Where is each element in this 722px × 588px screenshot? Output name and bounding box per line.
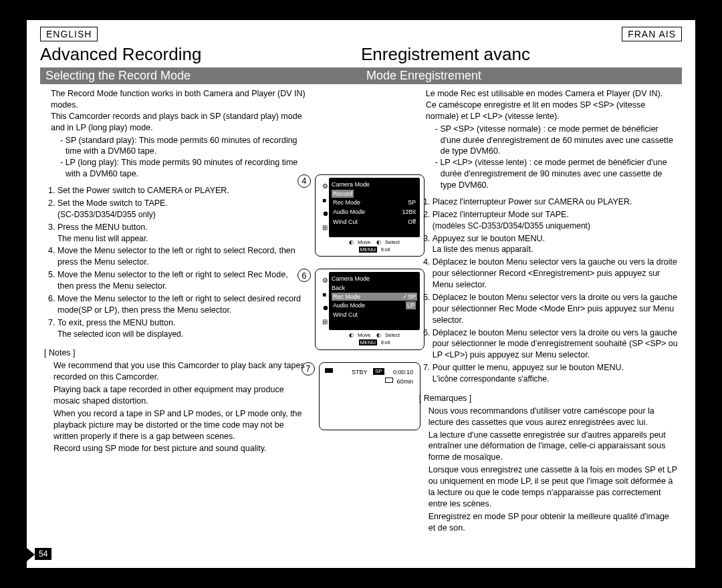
- lcd4-highlight: Record: [332, 190, 354, 198]
- lcd7-mode: SP: [373, 368, 384, 376]
- en-step-4: Move the Menu selector to the left or ri…: [57, 245, 306, 268]
- fr-note-4: Enregistrez en mode SP pour obtenir la m…: [429, 511, 678, 534]
- fr-step-4: Déplacez le bouton Menu selector vers la…: [433, 257, 678, 291]
- joystick-icon: ◐: [349, 332, 354, 338]
- gear-icon: ⚙: [322, 276, 329, 285]
- en-lp-note: LP (long play): This mode permits 90 min…: [60, 157, 306, 180]
- callout-4: 4: [297, 174, 311, 188]
- english-column: The Record Mode function works in both C…: [40, 84, 310, 535]
- lang-english-label: ENGLISH: [40, 27, 98, 41]
- lcd7-timecode: 0:00:10: [393, 368, 413, 376]
- tape-remain-icon: [385, 378, 393, 383]
- en-step-5: Move the Menu selector to the left or ri…: [57, 269, 306, 292]
- lcd-screen-7: STBY SP 0:00:10 60min: [319, 362, 420, 430]
- lang-french-label: FRAN AIS: [622, 27, 682, 41]
- lcd6-title: Camera Mode: [332, 275, 417, 283]
- callout-6: 6: [297, 269, 311, 282]
- en-note-3: When you record a tape in SP and LP mode…: [53, 408, 306, 442]
- select-icon: ◐: [376, 239, 381, 245]
- french-column: Le mode Rec est utilisable en modes Came…: [412, 84, 682, 535]
- center-illustrations: 4 ⚙ ■ ⏺ ⊞ Camera Mode Record Rec ModeSP …: [310, 84, 412, 535]
- manual-page: ENGLISH FRAN AIS Advanced Recording Enre…: [27, 20, 695, 568]
- lcd7-status: STBY: [352, 368, 368, 376]
- fr-step-6: Déplacez le bouton Menu selector vers la…: [433, 327, 678, 361]
- fr-sp-note: SP <SP> (vitesse normale) : ce mode perm…: [435, 124, 678, 158]
- fr-step-3: Appuyez sur le bouton MENU. La liste des…: [433, 233, 678, 256]
- en-step-2: Set the Mode switch to TAPE. (SC-D353/D3…: [57, 198, 306, 220]
- en-sp-note: SP (standard play): This mode permits 60…: [60, 135, 306, 158]
- select-icon: ◐: [376, 332, 381, 338]
- gear-icon: ⚙: [322, 182, 329, 191]
- battery-icon: [325, 368, 333, 373]
- lcd-screen-6: ⚙ ■ ⏺ ⊞ Camera Mode Back Rec Mode✓SP Aud…: [315, 269, 425, 349]
- fr-step-5: Déplacez le bouton Menu selector vers la…: [433, 292, 678, 326]
- fr-note-2: La lecture d'une cassette enregistrée su…: [429, 430, 678, 464]
- title-french: Enregistrement avanc: [361, 44, 682, 65]
- en-step-3: Press the MENU button. The menu list wil…: [57, 222, 306, 245]
- subtitle-french: Mode Enregistrement: [361, 67, 682, 84]
- subtitle-english: Selecting the Record Mode: [40, 67, 361, 84]
- en-notes-heading: [ Notes ]: [44, 347, 306, 359]
- record-icon: ⏺: [322, 303, 329, 313]
- lcd4-title: Camera Mode: [332, 180, 417, 188]
- en-intro-1: The Record Mode function works in both C…: [51, 88, 306, 111]
- joystick-icon: ◐: [349, 239, 354, 245]
- fr-intro-2: Ce caméscope enregistre et lit en modes …: [426, 100, 678, 122]
- en-intro-2: This Camcorder records and plays back in…: [51, 111, 306, 134]
- lcd7-remaining: 60min: [396, 378, 413, 386]
- en-note-1: We recommend that you use this Camcorder…: [53, 360, 306, 383]
- page-number: 54: [35, 548, 51, 560]
- tape-icon: ⊞: [322, 223, 329, 233]
- fr-note-1: Nous vous recommandons d'utiliser votre …: [429, 406, 678, 428]
- record-icon: ⏺: [322, 209, 329, 218]
- fr-step-1: Placez l'interrupteur Power sur CAMERA o…: [433, 196, 678, 208]
- en-note-4: Record using SP mode for best picture an…: [53, 443, 306, 454]
- en-step-1: Set the Power switch to CAMERA or PLAYER…: [57, 185, 306, 196]
- fr-notes-heading: [ Remarques ]: [419, 393, 678, 404]
- lcd-screen-4: ⚙ ■ ⏺ ⊞ Camera Mode Record Rec ModeSP Au…: [315, 174, 425, 257]
- en-note-2: Playing back a tape recorded in other eq…: [53, 384, 306, 407]
- fr-step-7: Pour quitter le menu, appuyez sur le bou…: [433, 362, 678, 385]
- camcorder-icon: ■: [322, 196, 329, 205]
- fr-note-3: Lorsque vous enregistrez une cassette à …: [429, 464, 678, 510]
- en-step-6: Move the Menu selector to the left or ri…: [57, 293, 306, 316]
- camcorder-icon: ■: [322, 290, 329, 299]
- page-triangle-decor: [27, 548, 35, 561]
- fr-lp-note: LP <LP> (vitesse lente) : ce mode permet…: [435, 157, 678, 191]
- en-step-7: To exit, press the MENU button. The sele…: [57, 317, 306, 340]
- fr-intro-1: Le mode Rec est utilisable en modes Came…: [426, 88, 678, 100]
- title-english: Advanced Recording: [40, 44, 361, 65]
- tape-icon: ⊞: [322, 317, 329, 327]
- lcd6-back: Back: [332, 284, 417, 292]
- callout-7: 7: [302, 362, 315, 376]
- fr-step-2: Placez l'interrupteur Mode sur TAPE. (mo…: [433, 209, 678, 232]
